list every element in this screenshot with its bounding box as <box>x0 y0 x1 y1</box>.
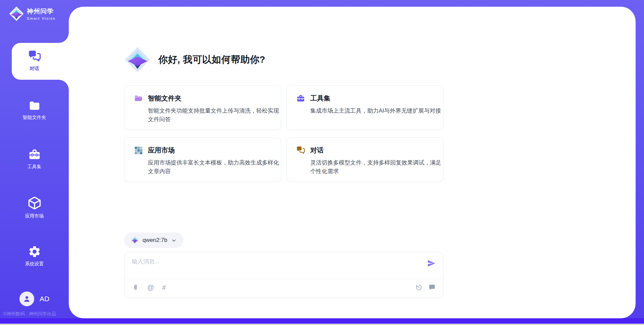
model-diamond-icon <box>131 236 139 244</box>
attachment-icon[interactable] <box>132 284 139 291</box>
card-title: 对话 <box>310 146 324 155</box>
card-toolset[interactable]: 工具集 集成市场上主流工具，助力AI与外界无缝扩展与对接 <box>286 85 443 130</box>
card-chat[interactable]: 对话 灵活切换多模型文件，支持多样回复效果调试，满足个性化需求 <box>286 137 443 182</box>
history-icon[interactable] <box>415 284 422 291</box>
model-name: qwen2:7b <box>143 237 167 244</box>
sidebar-item-label: 应用市场 <box>25 213 44 219</box>
greeting: 你好, 我可以如何帮助你? <box>124 46 265 73</box>
model-selector[interactable]: qwen2:7b <box>124 233 183 248</box>
brand-name: 神州问学 <box>27 7 56 16</box>
card-smart-folder[interactable]: 智能文件夹 智能文件夹功能支持批量文件上传与清洗，轻松实现文件问答 <box>124 85 281 130</box>
assistant-diamond-icon <box>124 46 151 73</box>
mention-icon[interactable]: @ <box>147 284 154 291</box>
person-icon <box>22 295 31 303</box>
hashtag-icon[interactable]: # <box>162 284 166 291</box>
sidebar-item-smart-folder[interactable]: 智能文件夹 <box>0 99 69 121</box>
card-description: 灵活切换多模型文件，支持多样回复效果调试，满足个性化需求 <box>310 158 442 176</box>
chat-bubbles-icon <box>28 50 41 63</box>
toolbox-icon <box>28 148 41 161</box>
card-app-market[interactable]: 应用市场 应用市场提供丰富长文本模板，助力高效生成多样化文章内容 <box>124 137 281 182</box>
card-title: 应用市场 <box>148 146 175 155</box>
card-description: 智能文件夹功能支持批量文件上传与清洗，轻松实现文件问答 <box>148 107 279 124</box>
tab-fillet-top <box>59 33 69 43</box>
composer-divider <box>124 278 443 279</box>
folder-icon <box>28 99 41 112</box>
brand-diamond-icon <box>9 6 24 21</box>
sidebar-item-toolset[interactable]: 工具集 <box>0 148 69 170</box>
tab-fillet-bottom <box>59 80 69 90</box>
copyright-text: ©神州数码 · 神州问学出品 <box>3 311 69 317</box>
card-description: 应用市场提供丰富长文本模板，助力高效生成多样化文章内容 <box>148 158 279 176</box>
cube-icon <box>27 196 42 210</box>
sidebar-item-label: 对话 <box>30 66 39 72</box>
user-account[interactable]: AD <box>0 291 69 306</box>
card-title: 工具集 <box>310 94 330 103</box>
brand-subtitle: Smart Vision <box>27 16 56 20</box>
sidebar-item-label: 工具集 <box>28 164 42 170</box>
sidebar-item-chat[interactable]: 对话 <box>0 50 69 72</box>
user-initials: AD <box>40 295 49 303</box>
feature-cards: 智能文件夹 智能文件夹功能支持批量文件上传与清洗，轻松实现文件问答 工具集 集成… <box>124 85 443 182</box>
sidebar-item-app-market[interactable]: 应用市场 <box>0 196 69 219</box>
sidebar-item-settings[interactable]: 系统设置 <box>0 245 69 267</box>
message-input[interactable] <box>132 258 414 275</box>
grid-icon <box>134 146 143 155</box>
chat-bubbles-icon <box>296 146 305 155</box>
comment-icon[interactable] <box>428 284 436 291</box>
toolbox-icon <box>296 94 305 103</box>
open-folder-icon <box>134 94 143 103</box>
message-composer: @ # <box>124 252 443 298</box>
card-description: 集成市场上主流工具，助力AI与外界无缝扩展与对接 <box>310 107 442 115</box>
window-bottom-edge <box>0 324 644 325</box>
greeting-title: 你好, 我可以如何帮助你? <box>158 53 265 66</box>
bottom-accent-strip <box>0 318 644 324</box>
chevron-down-icon <box>171 238 177 243</box>
gear-icon <box>28 245 41 258</box>
send-icon[interactable] <box>427 259 436 268</box>
card-title: 智能文件夹 <box>148 94 181 103</box>
sidebar-item-label: 系统设置 <box>25 261 44 267</box>
avatar <box>19 291 34 306</box>
app-logo: 神州问学 Smart Vision <box>9 6 56 21</box>
sidebar-item-label: 智能文件夹 <box>23 115 46 121</box>
